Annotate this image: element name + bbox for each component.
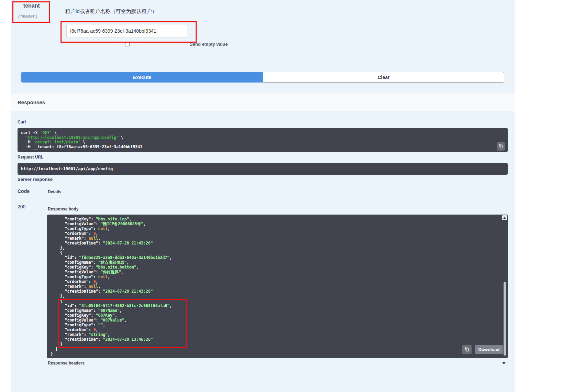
details-column-header: Details: [48, 189, 61, 194]
request-url-block: http://localhost:19001/api/app/config: [18, 163, 508, 175]
request-url-label: Request URL: [18, 155, 43, 160]
tenant-value-input[interactable]: [66, 24, 187, 38]
parameter-location: (header): [18, 14, 38, 19]
operation-block-body: __tenant (header) 租户id或者租户名称（可空为默认租户） Se…: [11, 0, 515, 392]
curl-command: curl -X 'GET' \ 'http://localhost:19001/…: [21, 131, 504, 149]
response-body-block: "configKey": "bbs.site.icp", "configValu…: [47, 215, 508, 358]
table-header-divider: [18, 201, 508, 201]
parameter-name: __tenant: [17, 3, 40, 9]
execute-button[interactable]: Execute: [21, 72, 263, 83]
swagger-api-page: __tenant (header) 租户id或者租户名称（可空为默认租户） Se…: [0, 0, 573, 392]
up-arrow-icon: [503, 217, 506, 219]
scrollbar-up-arrow[interactable]: [502, 215, 507, 220]
send-empty-checkbox[interactable]: [125, 42, 130, 46]
status-code: 200: [18, 204, 25, 209]
responses-heading: Responses: [18, 99, 45, 105]
clear-button[interactable]: Clear: [263, 72, 504, 83]
response-headers-label: Response headers: [48, 361, 85, 366]
response-copy-button[interactable]: [462, 345, 472, 354]
curl-label: Curl: [18, 120, 26, 124]
scrollbar-down-arrow[interactable]: [502, 362, 506, 364]
response-body-label: Response body: [48, 207, 78, 211]
request-url-value: http://localhost:19001/api/app/config: [21, 166, 504, 172]
send-empty-label: Send empty value: [190, 42, 228, 47]
curl-block: curl -X 'GET' \ 'http://localhost:19001/…: [18, 128, 508, 152]
execute-wrapper: Execute Clear: [21, 72, 504, 83]
copy-icon: [498, 144, 503, 150]
copy-icon: [464, 347, 470, 353]
responses-section-header: Responses: [11, 94, 515, 111]
curl-copy-button[interactable]: [497, 142, 505, 151]
server-response-label: Server response: [18, 177, 53, 182]
code-column-header: Code: [18, 188, 30, 194]
download-button[interactable]: Download: [475, 345, 503, 354]
scrollbar-thumb[interactable]: [504, 282, 506, 356]
response-body-code: "configKey": "bbs.site.icp", "configValu…: [51, 217, 504, 356]
parameter-description: 租户id或者租户名称（可空为默认租户）: [65, 8, 157, 15]
